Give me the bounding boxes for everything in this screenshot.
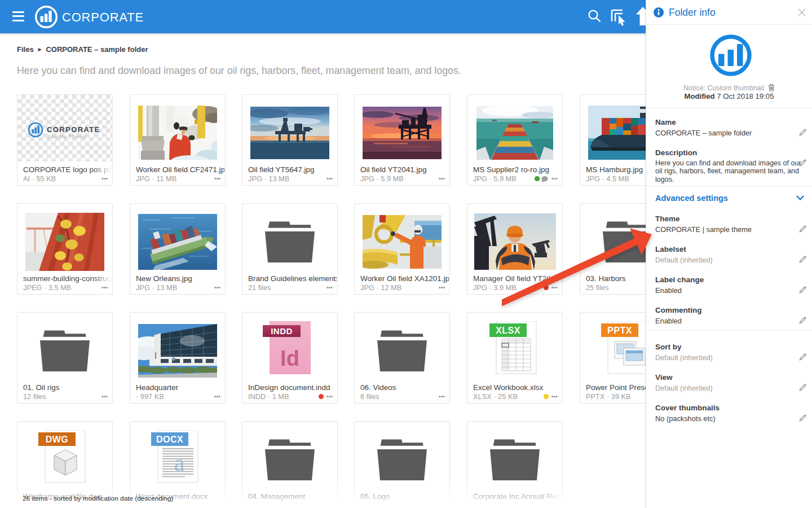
svg-text:XLSX: XLSX bbox=[496, 326, 520, 335]
svg-text:DOCX: DOCX bbox=[156, 435, 183, 444]
svg-text:CORPORATE: CORPORATE bbox=[47, 125, 100, 134]
svg-text:PPTX: PPTX bbox=[607, 326, 632, 335]
svg-text:Id: Id bbox=[280, 347, 299, 370]
svg-text:DWG: DWG bbox=[46, 435, 69, 444]
svg-text:a: a bbox=[174, 450, 185, 476]
svg-text:Sample Theme: Sample Theme bbox=[47, 134, 87, 139]
svg-text:INDD: INDD bbox=[271, 326, 293, 336]
